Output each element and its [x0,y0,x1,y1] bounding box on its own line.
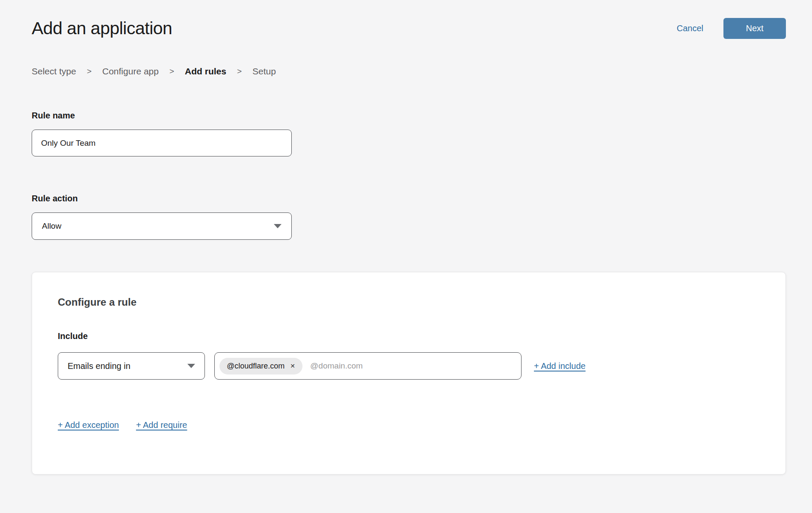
breadcrumb-separator: > [87,67,92,76]
email-domain-chip: @cloudflare.com ✕ [219,358,302,374]
breadcrumb-step-configure-app[interactable]: Configure app [102,66,159,77]
rule-action-select[interactable]: Allow [32,212,292,240]
page-title: Add an application [32,18,172,38]
chevron-down-icon [274,224,282,228]
chip-label: @cloudflare.com [227,362,284,371]
add-application-page: Add an application Cancel Next Select ty… [0,0,812,475]
card-title: Configure a rule [58,272,760,308]
breadcrumb: Select type > Configure app > Add rules … [32,66,786,77]
breadcrumb-step-setup[interactable]: Setup [252,66,276,77]
breadcrumb-separator: > [169,67,174,76]
next-button[interactable]: Next [723,18,786,39]
rule-action-selected-value: Allow [42,221,61,231]
include-selector-dropdown[interactable]: Emails ending in [58,352,205,380]
domain-input[interactable] [310,361,516,371]
rule-name-label: Rule name [32,111,786,121]
breadcrumb-step-add-rules[interactable]: Add rules [185,66,226,77]
configure-rule-card: Configure a rule Include Emails ending i… [32,272,786,475]
breadcrumb-step-select-type[interactable]: Select type [32,66,76,77]
add-include-link[interactable]: + Add include [534,361,586,371]
remove-chip-icon[interactable]: ✕ [290,363,295,369]
include-rule-row: Emails ending in @cloudflare.com ✕ + Add… [58,352,760,380]
include-selector-value: Emails ending in [68,361,130,371]
chevron-down-icon [187,364,195,368]
page-header: Add an application Cancel Next [32,0,786,39]
header-actions: Cancel Next [677,18,786,39]
rule-name-input[interactable] [32,130,292,156]
cancel-button[interactable]: Cancel [677,24,703,33]
email-domain-tag-input[interactable]: @cloudflare.com ✕ [214,352,522,380]
rule-links-row: + Add exception + Add require [58,420,760,430]
breadcrumb-separator: > [237,67,242,76]
add-require-link[interactable]: + Add require [136,420,187,430]
rule-action-label: Rule action [32,194,786,203]
add-exception-link[interactable]: + Add exception [58,420,119,430]
include-label: Include [58,331,760,341]
